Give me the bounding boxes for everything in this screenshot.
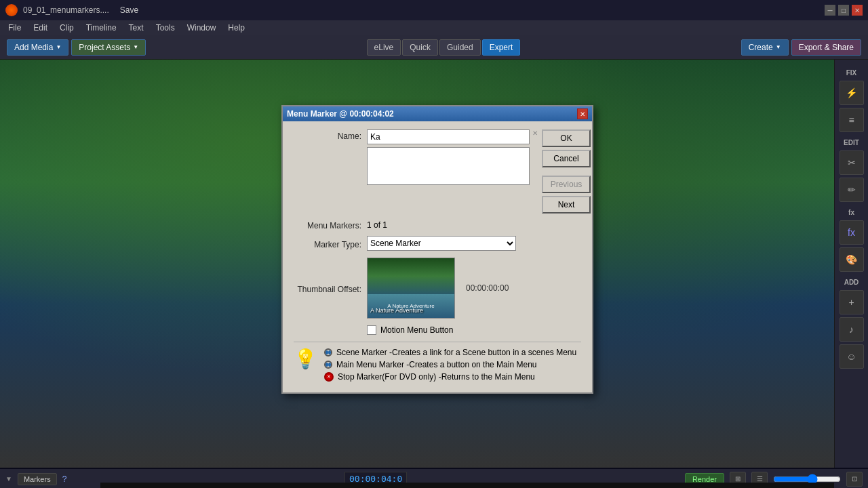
titlebar: 09_01_menumarkers.... Save ─ □ ✕ bbox=[0, 0, 868, 20]
toolbar-right: Create ▼ Export & Share bbox=[741, 39, 861, 56]
dialog-body: Name: ✕ OK Cancel Previous Next bbox=[283, 121, 592, 392]
thumbnail-timecode: 00:00:00:00 bbox=[466, 283, 509, 293]
fx-button[interactable]: fx bbox=[840, 220, 864, 245]
edit-button[interactable]: ✂ bbox=[840, 150, 864, 175]
thumb-text: A Nature Adventure bbox=[387, 303, 434, 309]
window-controls: ─ □ ✕ bbox=[825, 5, 863, 16]
create-button[interactable]: Create ▼ bbox=[741, 39, 789, 56]
thumbnail-row: Thumbnail Offset: A Nature Adventure 00:… bbox=[294, 258, 581, 319]
menu-window[interactable]: Window bbox=[182, 22, 222, 34]
add-media-label: Add Media bbox=[14, 43, 53, 52]
thumbnail-label: Thumbnail Offset: bbox=[294, 283, 361, 294]
fix-button[interactable]: ⚡ bbox=[840, 81, 864, 105]
cancel-button[interactable]: Cancel bbox=[542, 150, 591, 167]
menu-tools[interactable]: Tools bbox=[151, 22, 180, 34]
add-button[interactable]: + bbox=[840, 290, 864, 314]
dialog-title: Menu Marker @ 00:00:04:02 bbox=[287, 109, 394, 119]
name-fields: ✕ bbox=[367, 129, 538, 185]
project-assets-label: Project Assets bbox=[79, 43, 130, 52]
dialog-close-button[interactable]: ✕ bbox=[577, 108, 588, 119]
menu-clip[interactable]: Clip bbox=[54, 22, 79, 34]
close-button[interactable]: ✕ bbox=[852, 5, 863, 16]
ok-button[interactable]: OK bbox=[542, 129, 591, 147]
timeline-scrollbar[interactable] bbox=[100, 483, 834, 488]
markers-help-icon: ? bbox=[62, 474, 67, 484]
menu-timeline[interactable]: Timeline bbox=[81, 22, 122, 34]
menu-file[interactable]: File bbox=[3, 22, 26, 34]
add-media-arrow: ▼ bbox=[56, 44, 61, 50]
name-label: Name: bbox=[294, 129, 361, 141]
tab-quick[interactable]: Quick bbox=[402, 39, 438, 56]
toolbar-left: Add Media ▼ Project Assets ▼ bbox=[7, 39, 146, 56]
info-bulb-icon: 💡 bbox=[294, 348, 317, 384]
tab-expert[interactable]: Expert bbox=[482, 39, 521, 56]
thumb-bottom: A Nature Adventure bbox=[368, 294, 454, 318]
menu-edit[interactable]: Edit bbox=[28, 22, 53, 34]
timeline: ▼ Markers ? 00:00:04:0 Render ⊞ ☰ ⊡ 00:0… bbox=[0, 468, 868, 488]
timeline-fit[interactable]: ⊡ bbox=[846, 472, 863, 487]
dialog-titlebar: Menu Marker @ 00:00:04:02 ✕ bbox=[283, 106, 592, 121]
window-title: 09_01_menumarkers.... bbox=[23, 5, 109, 15]
name-row: Name: ✕ OK Cancel Previous Next bbox=[294, 129, 581, 214]
next-button[interactable]: Next bbox=[542, 196, 591, 214]
edit-pen-button[interactable]: ✏ bbox=[840, 178, 864, 202]
info-item-1: Main Menu Marker -Creates a button on th… bbox=[324, 360, 581, 369]
thumb-bg bbox=[368, 258, 454, 294]
thumbnail-preview: A Nature Adventure bbox=[367, 258, 455, 319]
toolbar-center: eLive Quick Guided Expert bbox=[367, 39, 521, 56]
add-media-button[interactable]: Add Media ▼ bbox=[7, 39, 68, 56]
export-share-button[interactable]: Export & Share bbox=[791, 39, 861, 56]
motion-menu-checkbox[interactable] bbox=[367, 325, 376, 335]
ok-cancel-buttons: OK Cancel Previous Next bbox=[542, 129, 591, 214]
music-button[interactable]: ♪ bbox=[840, 317, 864, 342]
fix-settings-button[interactable]: ≡ bbox=[840, 108, 864, 132]
app-icon bbox=[5, 4, 18, 16]
motion-menu-label: Motion Menu Button bbox=[380, 325, 453, 335]
name-input-area: ✕ OK Cancel Previous Next bbox=[367, 129, 591, 214]
info-text-1: Main Menu Marker -Creates a button on th… bbox=[336, 360, 536, 369]
markers-info: Menu Markers: 1 of 1 bbox=[294, 219, 581, 230]
edit-label: EDIT bbox=[844, 139, 859, 146]
main-toolbar: Add Media ▼ Project Assets ▼ eLive Quick… bbox=[0, 35, 868, 60]
motion-menu-row: Motion Menu Button bbox=[367, 325, 581, 335]
name-clear-icon[interactable]: ✕ bbox=[532, 129, 538, 137]
smiley-button[interactable]: ☺ bbox=[840, 344, 864, 369]
info-text-2: Stop Marker(For DVD only) -Returns to th… bbox=[338, 372, 535, 382]
maximize-button[interactable]: □ bbox=[838, 5, 849, 16]
right-panel: FIX ⚡ ≡ EDIT ✂ ✏ fx fx 🎨 ADD + ♪ ☺ bbox=[834, 60, 868, 468]
menu-help[interactable]: Help bbox=[222, 22, 250, 34]
markers-label: Menu Markers: bbox=[294, 219, 361, 230]
marker-type-row: Marker Type: Scene Marker Main Menu Mark… bbox=[294, 236, 581, 251]
name-input-row: ✕ bbox=[367, 129, 538, 144]
marker-type-label: Marker Type: bbox=[294, 238, 361, 249]
create-label: Create bbox=[749, 43, 773, 52]
info-items: Scene Marker -Creates a link for a Scene… bbox=[324, 348, 581, 384]
markers-value: 1 of 1 bbox=[367, 220, 387, 230]
menubar: File Edit Clip Timeline Text Tools Windo… bbox=[0, 20, 868, 35]
add-label: ADD bbox=[844, 279, 859, 286]
tab-guided[interactable]: Guided bbox=[439, 39, 481, 56]
info-section: 💡 Scene Marker -Creates a link for a Sce… bbox=[294, 342, 581, 384]
name-input[interactable] bbox=[367, 129, 530, 144]
marker-type-select[interactable]: Scene Marker Main Menu Marker Stop Marke… bbox=[367, 236, 516, 251]
menu-marker-dialog: Menu Marker @ 00:00:04:02 ✕ Name: ✕ OK C… bbox=[281, 105, 593, 394]
fx-label: fx bbox=[848, 209, 854, 216]
name-textarea[interactable] bbox=[367, 147, 530, 185]
markers-button[interactable]: Markers bbox=[18, 473, 57, 485]
radio-scene bbox=[324, 348, 332, 357]
fx2-button[interactable]: 🎨 bbox=[840, 247, 864, 272]
minimize-button[interactable]: ─ bbox=[825, 5, 835, 16]
thumbnail-content: A Nature Adventure 00:00:00:00 bbox=[367, 258, 509, 319]
tab-elive[interactable]: eLive bbox=[367, 39, 401, 56]
save-label: Save bbox=[120, 5, 138, 15]
stop-icon: ✕ bbox=[324, 372, 334, 382]
menu-text[interactable]: Text bbox=[123, 22, 149, 34]
project-assets-button[interactable]: Project Assets ▼ bbox=[71, 39, 146, 56]
previous-button[interactable]: Previous bbox=[542, 176, 591, 193]
info-item-2: ✕ Stop Marker(For DVD only) -Returns to … bbox=[324, 372, 581, 382]
fix-label: FIX bbox=[846, 69, 857, 77]
radio-main bbox=[324, 361, 332, 369]
timeline-expand[interactable]: ▼ bbox=[5, 475, 12, 483]
info-item-0: Scene Marker -Creates a link for a Scene… bbox=[324, 348, 581, 357]
title-left: 09_01_menumarkers.... Save bbox=[5, 4, 138, 16]
